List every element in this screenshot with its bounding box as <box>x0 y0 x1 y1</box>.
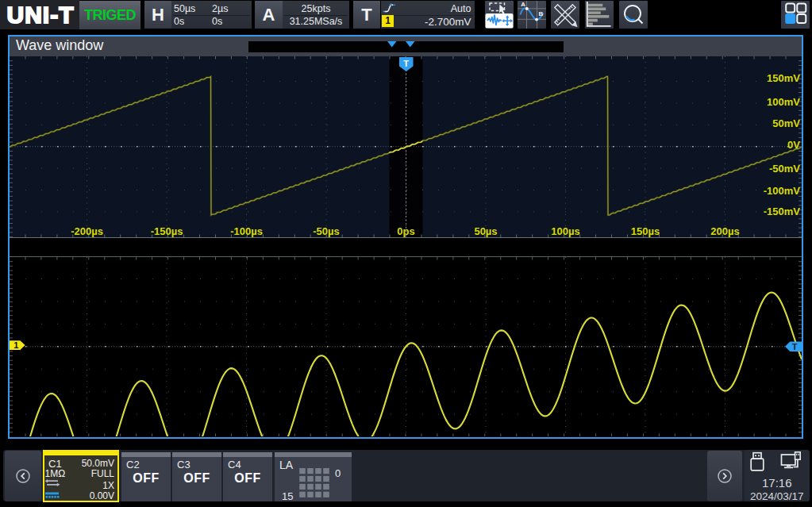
svg-text:0ps: 0ps <box>397 225 414 237</box>
svg-text:B: B <box>538 10 543 17</box>
svg-text:150µs: 150µs <box>631 225 660 237</box>
svg-text:150mV: 150mV <box>767 72 800 84</box>
svg-text:-200µs: -200µs <box>71 225 103 237</box>
svg-text:T: T <box>403 59 409 68</box>
svg-text:100mV: 100mV <box>767 96 800 108</box>
svg-text:-150µs: -150µs <box>151 225 183 237</box>
svg-text:-50µs: -50µs <box>313 225 340 237</box>
svg-text:-150mV: -150mV <box>764 205 801 217</box>
svg-text:A: A <box>521 1 525 8</box>
svg-text:200µs: 200µs <box>710 225 739 237</box>
svg-text:0V: 0V <box>787 139 800 151</box>
svg-text:-50mV: -50mV <box>769 163 800 175</box>
svg-text:-100mV: -100mV <box>764 185 801 197</box>
svg-text:T: T <box>792 342 798 351</box>
svg-text:50µs: 50µs <box>474 225 497 237</box>
svg-text:100µs: 100µs <box>551 225 579 237</box>
svg-text:-100µs: -100µs <box>230 225 263 237</box>
svg-text:50mV: 50mV <box>772 117 800 129</box>
svg-text:1: 1 <box>13 340 18 350</box>
